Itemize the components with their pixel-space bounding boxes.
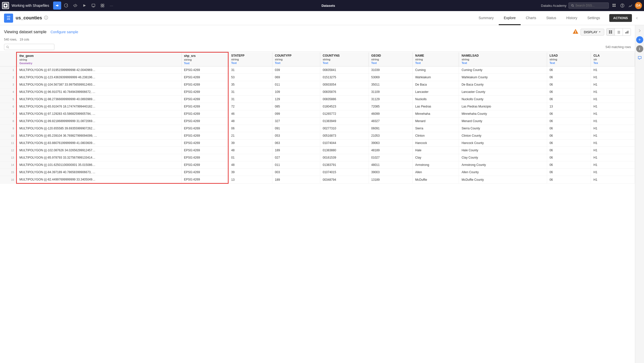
nav-flow-btn[interactable]: [53, 2, 61, 10]
data-table: the_geom string Geometry shp_srs string …: [0, 52, 635, 184]
cell-namelsad: Clinton County: [459, 132, 547, 139]
col-header-lsad[interactable]: LSAD string Text: [547, 52, 591, 66]
tab-settings[interactable]: Settings: [582, 11, 605, 25]
col-header-name[interactable]: NAME string Text: [413, 52, 459, 66]
toolbar-right: DISPLAY: [573, 28, 631, 36]
cell-statefp: 13: [228, 176, 272, 184]
cell-countyns: 01383949: [320, 118, 369, 125]
nav-refresh-btn[interactable]: [62, 2, 70, 10]
dataset-info-icon[interactable]: [44, 16, 48, 20]
tab-summary[interactable]: Summary: [474, 11, 499, 25]
nav-deploy-btn[interactable]: [89, 2, 97, 10]
cell-lsad: 06: [547, 176, 591, 184]
table-container[interactable]: the_geom string Geometry shp_srs string …: [0, 52, 635, 363]
user-avatar[interactable]: DA: [635, 2, 642, 9]
cell-geom: MULTIPOLYGON (((-97.01951599999998 42.00…: [16, 66, 181, 74]
grid-view-btn[interactable]: [606, 28, 615, 35]
row-num-cell: 16: [0, 176, 16, 184]
cell-name: Cuming: [413, 66, 459, 74]
filter-search-box[interactable]: [4, 44, 54, 50]
col-header-the-geom[interactable]: the_geom string Geometry: [16, 52, 181, 66]
cell-countyfp: 039: [272, 66, 320, 74]
grid-icon[interactable]: [611, 2, 618, 9]
col-type-geom: string: [19, 58, 179, 61]
display-button[interactable]: DISPLAY: [581, 29, 604, 35]
cell-cla: H1: [591, 169, 635, 176]
col-header-cla[interactable]: CLA str Tex: [591, 52, 635, 66]
list-view-btn[interactable]: [615, 28, 623, 35]
cell-countyfp: 189: [272, 147, 320, 154]
filter-input[interactable]: [11, 45, 52, 49]
toolbar: Viewing dataset sample Configure sample …: [0, 25, 635, 38]
cell-srs: EPSG:4269: [181, 81, 228, 88]
cell-cla: H1: [591, 161, 635, 169]
table-row: 1 MULTIPOLYGON (((-97.01951599999998 42.…: [0, 66, 635, 74]
col-header-countyfp[interactable]: COUNTYFP string Text: [272, 52, 320, 66]
analytics-icon[interactable]: [627, 2, 634, 9]
view-toggle: [606, 28, 631, 36]
nav-code-btn[interactable]: [71, 2, 79, 10]
content-area: Viewing dataset sample Configure sample …: [0, 25, 644, 363]
col-name-geom: the_geom: [19, 54, 179, 58]
cell-name: Hancock: [413, 139, 459, 147]
row-num-cell: 14: [0, 161, 16, 169]
actions-button[interactable]: ACTIONS: [609, 14, 632, 22]
cell-cla: H1: [591, 66, 635, 74]
col-header-statefp[interactable]: STATEFP string Text: [228, 52, 272, 66]
cell-namelsad: Armstrong County: [459, 161, 547, 169]
row-num-cell: 11: [0, 139, 16, 147]
app-logo[interactable]: [2, 2, 9, 9]
svg-rect-3: [101, 6, 102, 7]
cell-name: Sierra: [413, 125, 459, 132]
tab-explore[interactable]: Explore: [499, 11, 521, 25]
nav-dashboard-btn[interactable]: [98, 2, 106, 10]
cell-statefp: 01: [228, 154, 272, 161]
cell-lsad: 06: [547, 154, 591, 161]
tab-history[interactable]: History: [561, 11, 582, 25]
configure-sample-link[interactable]: Configure sample: [51, 30, 78, 34]
col-header-shp-srs[interactable]: shp_srs string Text: [181, 52, 228, 66]
cell-countyfp: 027: [272, 154, 320, 161]
cell-name: Minnehaha: [413, 110, 459, 118]
col-header-countyns[interactable]: COUNTYNS string Text: [320, 52, 369, 66]
cell-countyns: 01074015: [320, 169, 369, 176]
col-header-geoid[interactable]: GEOID string Text: [369, 52, 413, 66]
cell-namelsad: Cuming County: [459, 66, 547, 74]
cell-countyns: 00835876: [320, 88, 369, 96]
sidebar-collapse-btn[interactable]: [634, 11, 640, 25]
sidebar-chat-icon[interactable]: [636, 54, 643, 61]
cell-countyfp: 189: [272, 176, 320, 184]
table-row: 6 MULTIPOLYGON (((-65.910476 18.17474799…: [0, 103, 635, 110]
global-search[interactable]: [568, 3, 609, 9]
tab-status[interactable]: Status: [541, 11, 561, 25]
cell-geoid: 72085: [369, 103, 413, 110]
sidebar-add-icon[interactable]: +: [636, 36, 643, 43]
col-badge-geom[interactable]: Geometry: [19, 62, 179, 65]
table-row: 2 MULTIPOLYGON (((-123.43639399999999 46…: [0, 74, 635, 81]
chart-view-btn[interactable]: [623, 28, 631, 35]
svg-rect-1: [101, 4, 102, 5]
help-icon[interactable]: [619, 2, 626, 9]
cell-name: Hale: [413, 147, 459, 154]
cell-geom: MULTIPOLYGON (((-99.82186899999999 31.08…: [16, 118, 181, 125]
dataiku-academy-label[interactable]: Dataiku Academy: [541, 4, 566, 8]
rows-count: 540: [4, 38, 9, 41]
row-num-cell: 7: [0, 110, 16, 118]
col-badge-srs[interactable]: Text: [184, 62, 225, 65]
cell-statefp: 31: [228, 88, 272, 96]
sidebar-info-icon[interactable]: i: [636, 45, 643, 52]
tab-charts[interactable]: Charts: [521, 11, 541, 25]
cell-countyfp: 011: [272, 161, 320, 169]
nav-more-btn[interactable]: ···: [108, 2, 116, 10]
cell-srs: EPSG:4269: [181, 103, 228, 110]
cell-countyns: 01383880: [320, 147, 369, 154]
svg-rect-13: [609, 30, 610, 32]
search-input[interactable]: [576, 4, 606, 7]
sub-nav: GDPR us_counties Summary Explore Charts …: [0, 11, 644, 25]
cell-statefp: 39: [228, 139, 272, 147]
nav-right-icons: DA: [611, 2, 642, 9]
col-header-namelsad[interactable]: NAMELSAD string Text: [459, 52, 547, 66]
cell-countyfp: 003: [272, 169, 320, 176]
nav-play-btn[interactable]: [80, 2, 88, 10]
sidebar-collapse-right[interactable]: [636, 27, 643, 34]
